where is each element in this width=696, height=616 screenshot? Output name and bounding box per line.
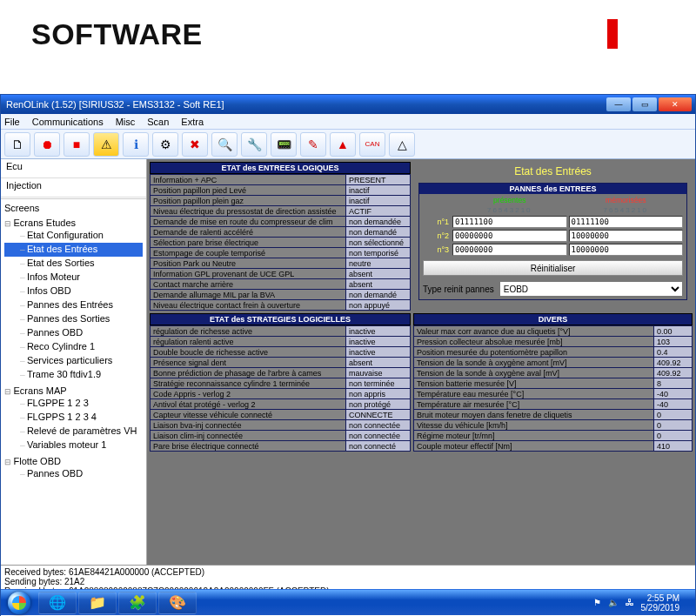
tree-item[interactable]: FLGPPE 1 2 3	[4, 397, 143, 411]
tree-item[interactable]: Etat des Entrées	[4, 243, 143, 257]
table-cell-label: Valeur max corr avance due au cliquetis …	[414, 326, 654, 337]
table-cell-label: Couple moteur effectif [Nm]	[414, 441, 654, 452]
tree-item[interactable]: Variables moteur 1	[4, 439, 143, 452]
tool-gear-icon[interactable]: ⚙	[152, 132, 178, 157]
tree-group[interactable]: Ecrans MAP	[4, 385, 143, 397]
menu-scan[interactable]: Scan	[147, 117, 169, 127]
close-button[interactable]: ✕	[659, 97, 692, 111]
section-divers-title: DIVERS	[413, 313, 693, 325]
tool-warning-icon[interactable]: ⚠	[93, 132, 119, 157]
tool-alert2-icon[interactable]: △	[389, 132, 415, 157]
pannes-present-field[interactable]	[452, 244, 567, 256]
table-cell-label: Contact marche arrière	[151, 279, 346, 290]
pannes-memo-field[interactable]	[569, 216, 684, 228]
type-reinit-select[interactable]: EOBD	[499, 281, 683, 297]
tool-info-icon[interactable]: ℹ	[123, 132, 149, 157]
page-headline: SOFTWARE	[31, 17, 203, 51]
task-explorer-icon[interactable]: 📁	[78, 592, 117, 614]
minimize-button[interactable]: —	[606, 97, 631, 111]
table-cell-value: -40	[654, 399, 693, 410]
table-cell-label: Information + APC	[151, 175, 346, 185]
table-cell-label: Présence signal dent	[151, 358, 346, 368]
table-cell-label: Niveau électrique du pressostat de direc…	[151, 206, 346, 217]
table-cell-label: régulation de richesse active	[151, 326, 346, 337]
menu-misc[interactable]: Misc	[116, 117, 136, 127]
pannes-memo-field[interactable]	[569, 244, 684, 256]
menu-file[interactable]: File	[4, 117, 20, 127]
table-cell-value: inactive	[346, 337, 411, 347]
table-cell-label: Estompage de couple temporisé	[151, 248, 346, 258]
task-ie-icon[interactable]: 🌐	[38, 592, 77, 614]
maximize-button[interactable]: ▭	[632, 97, 657, 111]
tree-item[interactable]: Infos Moteur	[4, 271, 143, 285]
table-cell-value: 0.4	[654, 347, 693, 358]
tool-alert-icon[interactable]: ▲	[330, 132, 356, 157]
entrees-header: Etat des Entrées	[418, 165, 687, 177]
title-bar[interactable]: RenOLink (1.52) [SIRIUS32 - EMS3132 - So…	[1, 95, 695, 114]
tool-engine-icon[interactable]: 🔧	[241, 132, 267, 157]
pannes-row-label: n°2	[423, 231, 451, 240]
toolbar: 🗋 ⏺ ■ ⚠ ℹ ⚙ ✖ 🔍 🔧 📟 ✎ ▲ CAN △	[1, 130, 695, 159]
tree-item[interactable]: Trame 30 ftdiv1.9	[4, 368, 143, 382]
table-cell-value: non sélectionné	[346, 238, 411, 248]
tree-group[interactable]: Flotte OBD	[4, 455, 143, 467]
tree-item[interactable]: Services particuliers	[4, 354, 143, 368]
tool-pen-icon[interactable]: ✎	[300, 132, 326, 157]
reinit-button[interactable]: Réinitialiser	[423, 260, 683, 276]
tree-item[interactable]: Pannes des Entrées	[4, 298, 143, 312]
tool-can-icon[interactable]: CAN	[359, 132, 385, 157]
section-divers: DIVERS Valeur max corr avance due au cli…	[413, 313, 693, 452]
tool-new-icon[interactable]: 🗋	[4, 132, 30, 157]
tray-clock[interactable]: 2:55 PM 5/29/2019	[641, 593, 680, 613]
tray-network-icon[interactable]: 🖧	[626, 598, 634, 607]
tab-ecu[interactable]: Ecu	[1, 159, 146, 178]
table-cell-value: inactive	[346, 326, 411, 337]
tree-item[interactable]: Infos OBD	[4, 285, 143, 298]
table-cell-value: non appuyé	[346, 300, 411, 311]
table-cell-value: inactif	[346, 185, 411, 196]
section-strategies: ETAT des STRATEGIES LOGICIELLES régulati…	[150, 313, 411, 452]
tree-item[interactable]: FLGPPS 1 2 3 4	[4, 411, 143, 425]
pannes-present-field[interactable]	[452, 230, 567, 242]
table-cell-label: Régime moteur [tr/mn]	[414, 431, 654, 441]
tree-item[interactable]: Pannes des Sorties	[4, 312, 143, 326]
table-cell-label: Tension de la sonde à oxygène amont [mV]	[414, 358, 654, 368]
table-cell-value: 409.92	[654, 368, 693, 378]
task-paint-icon[interactable]: 🎨	[158, 592, 197, 614]
table-cell-value: 0	[654, 410, 693, 420]
table-cell-value: ACTIF	[346, 206, 411, 217]
tool-search-icon[interactable]: 🔍	[211, 132, 238, 157]
menu-extra[interactable]: Extra	[181, 117, 204, 127]
screens-tree[interactable]: Ecrans EtudesEtat ConfigurationEtat des …	[1, 215, 146, 565]
pannes-col-present: présentes	[452, 196, 567, 204]
table-cell-value: absent	[346, 279, 411, 290]
table-cell-value: inactif	[346, 196, 411, 206]
tree-item[interactable]: Etat des Sorties	[4, 257, 143, 271]
tree-item[interactable]: Reco Cylindre 1	[4, 340, 143, 354]
tree-item[interactable]: Pannes OBD	[4, 326, 143, 340]
tool-ecu-icon[interactable]: 📟	[271, 132, 297, 157]
table-cell-label: Demande allumage MIL par la BVA	[151, 290, 346, 300]
table-cell-value: 409.92	[654, 358, 693, 368]
tree-item[interactable]: Relevé de paramètres VH	[4, 425, 143, 439]
table-cell-value: non connectée	[346, 420, 411, 431]
tree-item[interactable]: Pannes OBD	[4, 467, 143, 481]
pannes-memo-field[interactable]	[569, 230, 684, 242]
tool-cancel-icon[interactable]: ✖	[182, 132, 208, 157]
table-cell-label: Pare brise électrique connecté	[151, 441, 346, 452]
tray-volume-icon[interactable]: 🔈	[608, 598, 619, 607]
tool-record-icon[interactable]: ⏺	[34, 132, 60, 157]
pannes-present-field[interactable]	[452, 216, 567, 228]
start-button[interactable]	[1, 590, 37, 616]
tray-flag-icon[interactable]: ⚑	[593, 598, 601, 607]
tree-group[interactable]: Ecrans Etudes	[4, 217, 143, 229]
tab-injection[interactable]: Injection	[1, 178, 146, 198]
table-cell-value: 103	[654, 337, 693, 347]
table-cell-value: non demandée	[346, 217, 411, 227]
menu-communications[interactable]: Communications	[32, 117, 104, 127]
task-app-icon[interactable]: 🧩	[118, 592, 157, 614]
tree-item[interactable]: Etat Configuration	[4, 229, 143, 243]
tool-stop-icon[interactable]: ■	[64, 132, 90, 157]
table-cell-label: Position papillon plein gaz	[151, 196, 346, 206]
taskbar[interactable]: 🌐 📁 🧩 🎨 ⚑ 🔈 🖧 2:55 PM 5/29/2019	[1, 589, 695, 615]
